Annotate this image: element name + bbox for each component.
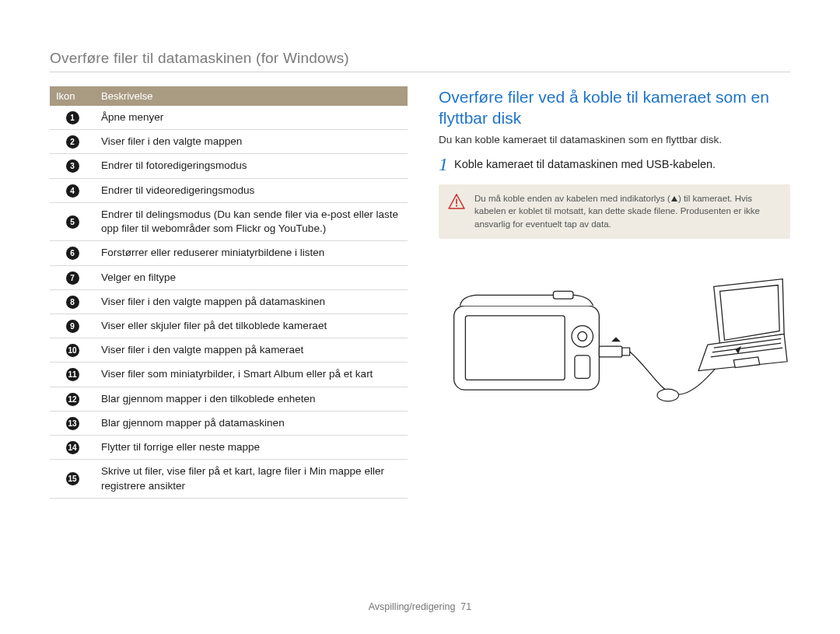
row-number-icon: 6 xyxy=(66,247,79,260)
table-row: 15Skrive ut filer, vise filer på et kart… xyxy=(50,460,408,498)
svg-marker-11 xyxy=(611,337,621,342)
content-columns: Ikon Beskrivelse 1Åpne menyer 2Viser fil… xyxy=(50,86,790,499)
row-number-icon: 13 xyxy=(66,417,79,430)
table-row: 10Viser filer i den valgte mappen på kam… xyxy=(50,338,408,363)
row-desc: Velger en filtype xyxy=(95,265,408,289)
svg-rect-5 xyxy=(553,291,573,299)
row-desc: Flytter til forrige eller neste mappe xyxy=(95,436,408,460)
table-row: 14Flytter til forrige eller neste mappe xyxy=(50,436,408,460)
indicator-triangle-icon xyxy=(671,196,677,201)
warning-text-pre: Du må koble enden av kabelen med indikat… xyxy=(474,194,670,203)
row-number-icon: 4 xyxy=(66,184,79,198)
row-desc: Viser filer i den valgte mappen på kamer… xyxy=(95,338,408,363)
section-heading: Overføre filer ved å koble til kameraet … xyxy=(439,86,790,129)
row-desc: Forstørrer eller reduserer miniatyrbilde… xyxy=(95,241,408,265)
warning-box: Du må koble enden av kabelen med indikat… xyxy=(439,184,790,239)
table-row: 5Endrer til delingsmodus (Du kan sende f… xyxy=(50,202,408,240)
svg-point-7 xyxy=(578,331,587,341)
table-row: 4Endrer til videoredigeringsmodus xyxy=(50,178,408,202)
table-row: 2Viser filer i den valgte mappen xyxy=(50,130,408,154)
row-desc: Viser filer som miniatyrbilder, i Smart … xyxy=(95,363,408,387)
row-number-icon: 8 xyxy=(66,296,79,309)
row-desc: Blar gjennom mapper i den tilkoblede enh… xyxy=(95,387,408,411)
row-number-icon: 7 xyxy=(66,271,79,285)
row-desc: Skrive ut filer, vise filer på et kart, … xyxy=(95,460,408,498)
row-desc: Endrer til videoredigeringsmodus xyxy=(95,178,408,202)
row-number-icon: 2 xyxy=(66,135,79,149)
svg-rect-4 xyxy=(465,315,565,380)
svg-point-12 xyxy=(657,389,679,401)
svg-rect-9 xyxy=(599,346,621,357)
table-header-icon: Ikon xyxy=(50,86,95,106)
table-row: 3Endrer til fotoredigeringsmodus xyxy=(50,154,408,178)
row-number-icon: 15 xyxy=(66,472,79,485)
table-row: 6Forstørrer eller reduserer miniatyrbild… xyxy=(50,241,408,265)
row-desc: Endrer til delingsmodus (Du kan sende fi… xyxy=(95,202,408,240)
row-number-icon: 10 xyxy=(66,344,79,357)
table-row: 7Velger en filtype xyxy=(50,265,408,289)
table-header-desc: Beskrivelse xyxy=(95,86,408,106)
row-desc: Viser eller skjuler filer på det tilkobl… xyxy=(95,313,408,338)
row-desc: Viser filer i den valgte mappen på datam… xyxy=(95,289,408,313)
step-text: Koble kameraet til datamaskinen med USB-… xyxy=(454,156,716,170)
table-row: 13Blar gjennom mapper på datamaskinen xyxy=(50,411,408,435)
row-number-icon: 1 xyxy=(66,111,79,124)
row-number-icon: 12 xyxy=(66,393,79,406)
page-footer: Avspilling/redigering 71 xyxy=(0,601,840,612)
page-title: Overføre filer til datamaskinen (for Win… xyxy=(50,50,790,72)
left-column: Ikon Beskrivelse 1Åpne menyer 2Viser fil… xyxy=(50,86,408,499)
row-number-icon: 9 xyxy=(66,320,79,333)
right-column: Overføre filer ved å koble til kameraet … xyxy=(439,86,790,499)
row-number-icon: 11 xyxy=(66,368,79,381)
row-number-icon: 5 xyxy=(66,215,79,229)
row-desc: Blar gjennom mapper på datamaskinen xyxy=(95,411,408,435)
row-number-icon: 3 xyxy=(66,159,79,173)
warning-icon xyxy=(448,194,465,209)
step-1: 1 Koble kameraet til datamaskinen med US… xyxy=(439,156,790,173)
row-desc: Endrer til fotoredigeringsmodus xyxy=(95,154,408,178)
warning-text: Du må koble enden av kabelen med indikat… xyxy=(474,192,779,231)
row-desc: Åpne menyer xyxy=(95,106,408,130)
table-row: 1Åpne menyer xyxy=(50,106,408,130)
icon-description-table: Ikon Beskrivelse 1Åpne menyer 2Viser fil… xyxy=(50,86,408,499)
row-desc: Viser filer i den valgte mappen xyxy=(95,130,408,154)
page-root: Overføre filer til datamaskinen (for Win… xyxy=(0,0,840,634)
table-row: 8Viser filer i den valgte mappen på data… xyxy=(50,289,408,313)
svg-point-2 xyxy=(456,205,457,206)
footer-section: Avspilling/redigering xyxy=(369,601,456,612)
table-row: 9Viser eller skjuler filer på det tilkob… xyxy=(50,313,408,338)
svg-rect-8 xyxy=(575,356,590,378)
table-row: 11Viser filer som miniatyrbilder, i Smar… xyxy=(50,363,408,387)
camera-laptop-illustration xyxy=(439,262,790,441)
section-subtext: Du kan koble kameraet til datamaskinen s… xyxy=(439,134,790,145)
svg-rect-10 xyxy=(622,348,630,356)
row-number-icon: 14 xyxy=(66,441,79,454)
table-row: 12Blar gjennom mapper i den tilkoblede e… xyxy=(50,387,408,411)
footer-page-number: 71 xyxy=(460,601,471,612)
step-number: 1 xyxy=(439,155,448,173)
